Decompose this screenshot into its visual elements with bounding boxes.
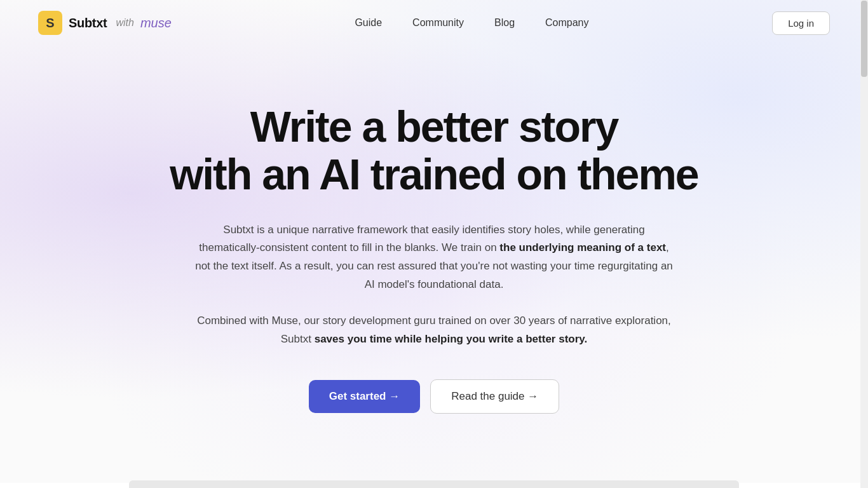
logo-icon: S [38, 11, 62, 35]
read-guide-button[interactable]: Read the guide → [430, 379, 559, 414]
navbar: S Subtxt with muse Guide Community Blog … [0, 0, 868, 46]
scrollbar[interactable] [860, 0, 868, 488]
brand-muse: muse [140, 16, 172, 30]
scrollbar-thumb[interactable] [861, 1, 867, 77]
hero-desc2-bold: saves you time while helping you write a… [315, 333, 588, 345]
cta-buttons: Get started → Read the guide → [309, 379, 560, 414]
hero-title-line2: with an AI trained on theme [170, 150, 698, 198]
hero-section: Write a better story with an AI trained … [0, 46, 868, 464]
nav-guide[interactable]: Guide [355, 17, 382, 29]
brand-name: Subtxt [69, 16, 107, 30]
nav-company[interactable]: Company [545, 17, 588, 29]
hero-title-line1: Write a better story [250, 102, 618, 151]
logo-area: S Subtxt with muse [38, 11, 172, 35]
nav-community[interactable]: Community [412, 17, 464, 29]
hero-title: Write a better story with an AI trained … [170, 103, 698, 198]
brand-with: with [116, 17, 133, 29]
get-started-button[interactable]: Get started → [309, 380, 420, 413]
login-button[interactable]: Log in [772, 11, 830, 35]
nav-links: Guide Community Blog Company [355, 17, 588, 29]
hero-description-2: Combined with Muse, our story developmen… [193, 312, 675, 349]
bottom-scroll-hint [129, 480, 739, 488]
hero-description-1: Subtxt is a unique narrative framework t… [193, 221, 675, 295]
nav-blog[interactable]: Blog [494, 17, 515, 29]
navbar-actions: Log in [772, 11, 830, 35]
hero-desc1-bold: the underlying meaning of a text [499, 241, 666, 254]
